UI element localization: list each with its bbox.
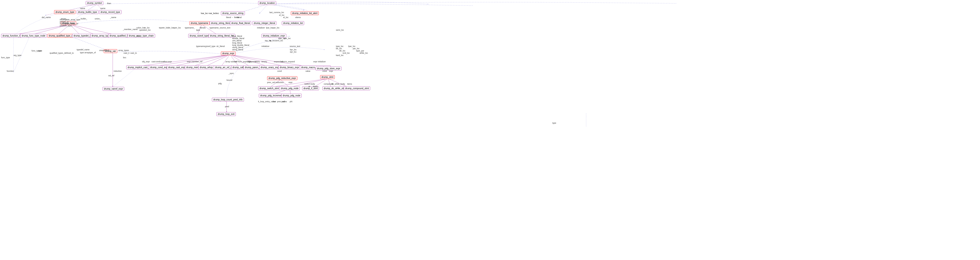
label-val: value bbox=[305, 70, 310, 72]
label-oper-loc: oper_loc bbox=[173, 27, 181, 29]
label-type-bbox: type bbox=[552, 122, 556, 124]
label-expr-stmt: expr bbox=[329, 70, 333, 72]
label-type-array-of: type arraytype_of bbox=[80, 51, 96, 54]
label-then: then bbox=[164, 61, 168, 63]
label-unqualified: unqualified bbox=[99, 49, 109, 51]
node-drump-func-type-node[interactable]: drump_func_type_node bbox=[20, 34, 47, 38]
label-source-text-right: source_text bbox=[290, 45, 300, 48]
node-drump-sizeof-type[interactable]: drump_sizeof_type bbox=[188, 34, 210, 38]
label-initializer: initializer bbox=[257, 27, 265, 29]
label-nodes: nodes bbox=[282, 100, 287, 103]
node-drump-stmt[interactable]: drump_stmt bbox=[320, 75, 335, 79]
node-drump-array-type-chain[interactable]: drump_array_type_chain bbox=[127, 34, 155, 38]
node-drump-source-string[interactable]: drump_source_string bbox=[221, 11, 245, 15]
label-ulong-literal: ulong_literal bbox=[232, 46, 243, 48]
label-str-literal: str_literal bbox=[216, 45, 225, 48]
label-par-loc-3: par_loc bbox=[353, 48, 360, 49]
label-double-literal: double_literal bbox=[232, 37, 244, 40]
label-do-while-body: do_while_body bbox=[331, 83, 345, 85]
node-drump-enum-type[interactable]: drump_enum_type bbox=[54, 10, 76, 14]
label-name-1: name bbox=[80, 7, 85, 10]
label-end-loc: end_loc bbox=[343, 52, 350, 54]
label-par-loc-right: par_loc bbox=[284, 37, 291, 40]
node-drump-initialize-list[interactable]: drump_initialize_list bbox=[282, 21, 304, 25]
svg-line-14 bbox=[70, 24, 116, 35]
node-drump-binary-expr[interactable]: drump_binary_expr bbox=[278, 65, 301, 69]
label-builtin: builtin_ bbox=[81, 18, 87, 20]
node-drump-switch-stmt[interactable]: drump_switch_stmt bbox=[258, 86, 280, 90]
label-lpar-loc: lpar_loc bbox=[266, 27, 273, 29]
label-binary-right: binary bbox=[261, 61, 267, 63]
label-func-type: func_type bbox=[1, 56, 10, 59]
label-etr-loc: etr_loc bbox=[162, 27, 169, 29]
label-name-3: _name bbox=[110, 16, 116, 19]
node-drump-initialize-list-alert[interactable]: drump_initialize_list_alert bbox=[291, 11, 319, 15]
label-name-2: name bbox=[100, 7, 105, 10]
label-typename-right: typename_ bbox=[196, 45, 206, 48]
node-drump-pdg-reductive-expr[interactable]: drump_pdg_reductive_expr bbox=[267, 76, 298, 80]
node-drump-pdg-node[interactable]: drump_pdg_node bbox=[280, 86, 300, 90]
svg-line-13 bbox=[70, 24, 96, 35]
node-drump-integer-literal[interactable]: drump_integer_literal bbox=[253, 21, 277, 25]
label-position-type: position_type_ bbox=[60, 25, 73, 27]
node-drump-cond-expr[interactable]: drump_cond_expr bbox=[149, 65, 170, 69]
label-par-loc: par_loc bbox=[273, 27, 280, 29]
node-drump-typename[interactable]: drump_typename bbox=[189, 21, 210, 25]
node-drump-pdg-node2[interactable]: drump_pdg_node bbox=[282, 94, 302, 97]
label-member-name: _member_name bbox=[123, 28, 138, 30]
label-initializer-right: initializer bbox=[261, 45, 269, 48]
label-macro-expand: macro_expand bbox=[282, 61, 295, 63]
node-drump-record-type[interactable]: drump_record_type bbox=[99, 10, 121, 14]
label-expr-member-ref: expr member_ref bbox=[187, 61, 202, 63]
node-drump-do-while-stmt[interactable]: drump_do_while_stmt bbox=[322, 86, 347, 90]
node-drump-string-literal[interactable]: drump_string_literal bbox=[210, 21, 232, 25]
label-float-literal: float_literal bbox=[232, 35, 242, 37]
label-pred: pred bbox=[225, 105, 229, 108]
label-lpar-loc-3: lpar_loc bbox=[348, 45, 356, 48]
label-literal-2: literal bbox=[237, 16, 242, 19]
label-semi-loc: semi_loc bbox=[336, 29, 344, 31]
node-drump-loop-count-pred-info[interactable]: drump_loop_count_pred_info bbox=[212, 98, 244, 102]
label-question-loc: question_loc bbox=[139, 29, 151, 31]
label-arg-type: arg_type bbox=[14, 54, 21, 56]
label-type-lpar: type_loc bbox=[336, 45, 344, 48]
label-el-loc: el_loc bbox=[279, 14, 285, 16]
node-drump-float-literal[interactable]: drump_float_literal bbox=[230, 21, 251, 25]
node-drump-expr[interactable]: drump_expr bbox=[221, 51, 235, 55]
label-typename-2: typename_ bbox=[210, 27, 220, 29]
label-obj-expr: obj_expr bbox=[142, 61, 150, 63]
node-drump-compound-stmt[interactable]: drump_compound_stmt bbox=[344, 86, 370, 90]
node-drump-symbol[interactable]: drump_symbol bbox=[86, 1, 103, 5]
graph-container: drump_symbol drump_location drump_enum_t… bbox=[0, 0, 980, 260]
label-type-right: type bbox=[196, 29, 200, 31]
label-phi: phi bbox=[290, 100, 293, 103]
svg-line-16 bbox=[202, 24, 218, 35]
label-expr-right: expr bbox=[168, 61, 172, 63]
label-kard-loc: kard_loc bbox=[336, 54, 344, 56]
node-drump-pdg-store-expr[interactable]: drump_pdg_store_expr bbox=[316, 67, 342, 70]
label-val-ref: val_ref bbox=[108, 75, 114, 77]
label-elems: elems bbox=[295, 16, 301, 19]
label-pdg-label: pdg bbox=[218, 82, 222, 85]
label-items: items bbox=[313, 85, 318, 88]
graph-svg bbox=[0, 0, 980, 260]
label-function: function bbox=[7, 70, 14, 72]
label-btr-loc-right: btr_loc bbox=[336, 48, 342, 49]
label-incr-val: incr bbox=[273, 100, 276, 103]
node-drump-whop[interactable]: drump_whop bbox=[198, 65, 214, 69]
label-colon-loc: colon_loc bbox=[137, 27, 145, 29]
node-drump-loop-exit[interactable]: drump_loop_exit bbox=[216, 112, 236, 116]
node-drump-unary-expr[interactable]: drump_unary_expr bbox=[259, 65, 281, 69]
node-drump-string-literal-list[interactable]: drump_string_literal_list bbox=[208, 34, 235, 38]
label-prev-val-reduction: prev_val reduction bbox=[267, 81, 284, 83]
label-at: at bbox=[309, 85, 310, 88]
label-typename-1: typename_ bbox=[185, 27, 195, 29]
node-drump-location[interactable]: drump_location bbox=[258, 1, 276, 5]
node-drump-varref-expr[interactable]: drump_varref_expr bbox=[103, 87, 124, 91]
svg-line-7 bbox=[259, 4, 268, 14]
node-drump-cast-expr[interactable]: drump_cast_expr bbox=[167, 65, 187, 69]
label-bound: bound bbox=[227, 79, 232, 81]
label-string-literal: string_literal bbox=[232, 48, 243, 51]
label-epr-loc: epr_loc bbox=[290, 51, 297, 53]
node-drump-builtin-type[interactable]: drump_builtin_type bbox=[76, 10, 99, 14]
